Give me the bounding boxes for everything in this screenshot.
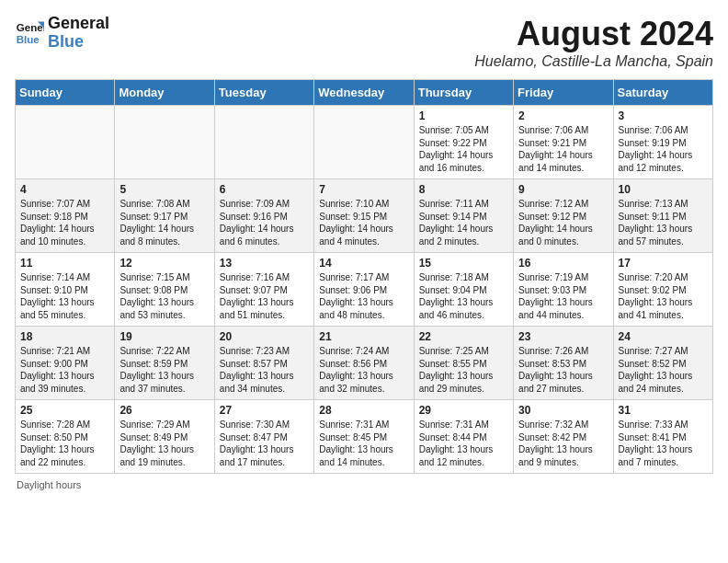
day-number: 21	[319, 330, 408, 343]
calendar-cell: 21Sunrise: 7:24 AM Sunset: 8:56 PM Dayli…	[314, 327, 414, 400]
day-info: Sunrise: 7:15 AM Sunset: 9:08 PM Dayligh…	[119, 271, 209, 321]
location: Huelamo, Castille-La Mancha, Spain	[474, 53, 713, 70]
day-info: Sunrise: 7:21 AM Sunset: 9:00 PM Dayligh…	[20, 345, 109, 395]
day-info: Sunrise: 7:25 AM Sunset: 8:55 PM Dayligh…	[419, 345, 508, 395]
week-row-2: 4Sunrise: 7:07 AM Sunset: 9:18 PM Daylig…	[16, 179, 713, 253]
day-number: 4	[20, 183, 109, 196]
calendar-cell: 1Sunrise: 7:05 AM Sunset: 9:22 PM Daylig…	[414, 106, 513, 179]
calendar-cell: 15Sunrise: 7:18 AM Sunset: 9:04 PM Dayli…	[414, 253, 513, 327]
calendar-cell: 24Sunrise: 7:27 AM Sunset: 8:52 PM Dayli…	[613, 327, 712, 400]
day-info: Sunrise: 7:05 AM Sunset: 9:22 PM Dayligh…	[419, 124, 508, 174]
calendar-cell	[115, 106, 214, 179]
day-number: 18	[20, 330, 109, 343]
day-number: 28	[319, 404, 408, 417]
calendar-cell: 4Sunrise: 7:07 AM Sunset: 9:18 PM Daylig…	[16, 179, 115, 253]
footer-note: Daylight hours	[15, 479, 713, 490]
calendar-cell	[314, 106, 414, 179]
logo-line1: General	[48, 15, 109, 33]
calendar-cell: 18Sunrise: 7:21 AM Sunset: 9:00 PM Dayli…	[16, 327, 115, 400]
week-row-4: 18Sunrise: 7:21 AM Sunset: 9:00 PM Dayli…	[16, 327, 713, 400]
logo-icon: General Blue	[15, 18, 44, 48]
day-number: 6	[220, 183, 309, 196]
day-number: 3	[619, 109, 708, 122]
calendar-cell: 3Sunrise: 7:06 AM Sunset: 9:19 PM Daylig…	[613, 106, 712, 179]
day-number: 31	[619, 404, 708, 417]
day-info: Sunrise: 7:31 AM Sunset: 8:44 PM Dayligh…	[419, 419, 508, 468]
calendar-cell: 17Sunrise: 7:20 AM Sunset: 9:02 PM Dayli…	[613, 253, 712, 327]
column-header-saturday: Saturday	[613, 80, 712, 106]
calendar-cell	[214, 106, 313, 179]
logo: General Blue General Blue	[15, 15, 109, 52]
title-area: August 2024 Huelamo, Castille-La Mancha,…	[474, 15, 713, 70]
day-info: Sunrise: 7:32 AM Sunset: 8:42 PM Dayligh…	[518, 419, 608, 468]
calendar-cell: 27Sunrise: 7:30 AM Sunset: 8:47 PM Dayli…	[214, 400, 313, 474]
calendar-cell	[16, 106, 115, 179]
day-info: Sunrise: 7:10 AM Sunset: 9:15 PM Dayligh…	[319, 198, 408, 247]
day-info: Sunrise: 7:26 AM Sunset: 8:53 PM Dayligh…	[518, 345, 608, 395]
calendar-cell: 28Sunrise: 7:31 AM Sunset: 8:45 PM Dayli…	[314, 400, 414, 474]
column-header-tuesday: Tuesday	[214, 80, 313, 106]
day-info: Sunrise: 7:31 AM Sunset: 8:45 PM Dayligh…	[319, 419, 408, 468]
day-number: 24	[619, 330, 708, 343]
calendar-cell: 9Sunrise: 7:12 AM Sunset: 9:12 PM Daylig…	[514, 179, 613, 253]
day-info: Sunrise: 7:29 AM Sunset: 8:49 PM Dayligh…	[119, 419, 209, 468]
day-number: 2	[518, 109, 608, 122]
day-info: Sunrise: 7:23 AM Sunset: 8:57 PM Dayligh…	[220, 345, 309, 395]
day-number: 11	[20, 257, 109, 270]
calendar-cell: 25Sunrise: 7:28 AM Sunset: 8:50 PM Dayli…	[16, 400, 115, 474]
day-info: Sunrise: 7:33 AM Sunset: 8:41 PM Dayligh…	[619, 419, 708, 468]
page-header: General Blue General Blue August 2024 Hu…	[15, 15, 713, 70]
week-row-1: 1Sunrise: 7:05 AM Sunset: 9:22 PM Daylig…	[16, 106, 713, 179]
day-info: Sunrise: 7:13 AM Sunset: 9:11 PM Dayligh…	[619, 198, 708, 247]
calendar-cell: 12Sunrise: 7:15 AM Sunset: 9:08 PM Dayli…	[115, 253, 214, 327]
day-number: 22	[419, 330, 508, 343]
day-info: Sunrise: 7:14 AM Sunset: 9:10 PM Dayligh…	[20, 271, 109, 321]
day-info: Sunrise: 7:16 AM Sunset: 9:07 PM Dayligh…	[220, 271, 309, 321]
day-number: 8	[419, 183, 508, 196]
svg-text:Blue: Blue	[17, 33, 40, 44]
calendar-cell: 19Sunrise: 7:22 AM Sunset: 8:59 PM Dayli…	[115, 327, 214, 400]
day-number: 30	[518, 404, 608, 417]
calendar-cell: 30Sunrise: 7:32 AM Sunset: 8:42 PM Dayli…	[514, 400, 613, 474]
day-number: 15	[419, 257, 508, 270]
day-info: Sunrise: 7:17 AM Sunset: 9:06 PM Dayligh…	[319, 271, 408, 321]
column-headers-row: SundayMondayTuesdayWednesdayThursdayFrid…	[16, 80, 713, 106]
calendar-cell: 5Sunrise: 7:08 AM Sunset: 9:17 PM Daylig…	[115, 179, 214, 253]
calendar-cell: 26Sunrise: 7:29 AM Sunset: 8:49 PM Dayli…	[115, 400, 214, 474]
day-number: 26	[119, 404, 209, 417]
day-number: 7	[319, 183, 408, 196]
calendar-cell: 23Sunrise: 7:26 AM Sunset: 8:53 PM Dayli…	[514, 327, 613, 400]
day-number: 13	[220, 257, 309, 270]
calendar-cell: 7Sunrise: 7:10 AM Sunset: 9:15 PM Daylig…	[314, 179, 414, 253]
day-info: Sunrise: 7:06 AM Sunset: 9:21 PM Dayligh…	[518, 124, 608, 174]
day-number: 27	[220, 404, 309, 417]
month-year: August 2024	[474, 15, 713, 53]
day-info: Sunrise: 7:06 AM Sunset: 9:19 PM Dayligh…	[619, 124, 708, 174]
calendar-cell: 20Sunrise: 7:23 AM Sunset: 8:57 PM Dayli…	[214, 327, 313, 400]
day-info: Sunrise: 7:22 AM Sunset: 8:59 PM Dayligh…	[119, 345, 209, 395]
calendar-cell: 14Sunrise: 7:17 AM Sunset: 9:06 PM Dayli…	[314, 253, 414, 327]
day-number: 1	[419, 109, 508, 122]
day-info: Sunrise: 7:28 AM Sunset: 8:50 PM Dayligh…	[20, 419, 109, 468]
day-info: Sunrise: 7:07 AM Sunset: 9:18 PM Dayligh…	[20, 198, 109, 247]
day-number: 25	[20, 404, 109, 417]
column-header-sunday: Sunday	[16, 80, 115, 106]
calendar-table: SundayMondayTuesdayWednesdayThursdayFrid…	[15, 79, 713, 474]
day-info: Sunrise: 7:18 AM Sunset: 9:04 PM Dayligh…	[419, 271, 508, 321]
day-info: Sunrise: 7:19 AM Sunset: 9:03 PM Dayligh…	[518, 271, 608, 321]
day-number: 19	[119, 330, 209, 343]
day-info: Sunrise: 7:12 AM Sunset: 9:12 PM Dayligh…	[518, 198, 608, 247]
day-info: Sunrise: 7:24 AM Sunset: 8:56 PM Dayligh…	[319, 345, 408, 395]
calendar-cell: 8Sunrise: 7:11 AM Sunset: 9:14 PM Daylig…	[414, 179, 513, 253]
day-info: Sunrise: 7:30 AM Sunset: 8:47 PM Dayligh…	[220, 419, 309, 468]
column-header-thursday: Thursday	[414, 80, 513, 106]
day-number: 5	[119, 183, 209, 196]
column-header-friday: Friday	[514, 80, 613, 106]
calendar-cell: 22Sunrise: 7:25 AM Sunset: 8:55 PM Dayli…	[414, 327, 513, 400]
column-header-wednesday: Wednesday	[314, 80, 414, 106]
day-number: 12	[119, 257, 209, 270]
day-number: 14	[319, 257, 408, 270]
day-number: 29	[419, 404, 508, 417]
calendar-cell: 2Sunrise: 7:06 AM Sunset: 9:21 PM Daylig…	[514, 106, 613, 179]
day-info: Sunrise: 7:27 AM Sunset: 8:52 PM Dayligh…	[619, 345, 708, 395]
